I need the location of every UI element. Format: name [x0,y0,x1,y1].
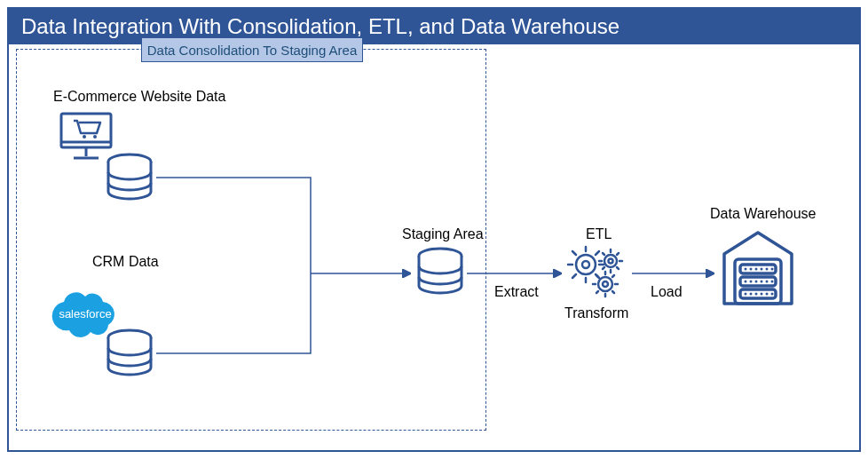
connectors [0,0,868,459]
